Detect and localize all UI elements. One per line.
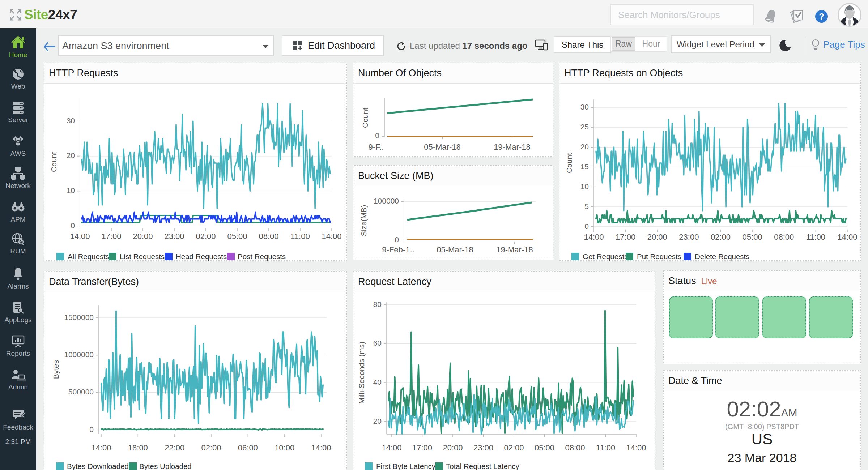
svg-text:19-Mar-18: 19-Mar-18 — [494, 142, 530, 151]
svg-text:05:00: 05:00 — [535, 443, 554, 452]
svg-text:20: 20 — [373, 417, 382, 425]
svg-text:17:00: 17:00 — [412, 443, 432, 452]
svg-text:06:00: 06:00 — [238, 443, 258, 452]
svg-text:10:00: 10:00 — [275, 443, 294, 452]
svg-text:List Requests: List Requests — [120, 252, 165, 261]
svg-text:14:00: 14:00 — [91, 443, 111, 452]
svg-text:30: 30 — [580, 103, 589, 111]
svg-text:11:00: 11:00 — [806, 232, 825, 242]
svg-text:02:00: 02:00 — [711, 232, 731, 242]
svg-text:14:00: 14:00 — [311, 443, 331, 452]
svg-text:9-F..: 9-F.. — [369, 142, 384, 151]
svg-text:02:00: 02:00 — [504, 443, 524, 452]
svg-text:First Byte Latency: First Byte Latency — [376, 462, 436, 470]
svg-text:23:00: 23:00 — [164, 232, 184, 241]
svg-text:Bytes: Bytes — [52, 360, 60, 379]
svg-text:0: 0 — [375, 131, 379, 140]
svg-text:17:00: 17:00 — [101, 232, 121, 241]
svg-text:08:00: 08:00 — [774, 232, 794, 242]
svg-text:05:00: 05:00 — [743, 232, 762, 242]
svg-text:30: 30 — [67, 116, 75, 125]
svg-text:Count: Count — [565, 153, 573, 173]
svg-text:11:00: 11:00 — [290, 232, 310, 241]
svg-text:14:00: 14:00 — [584, 232, 604, 242]
svg-text:10: 10 — [580, 182, 589, 191]
svg-text:1000000: 1000000 — [64, 350, 94, 359]
svg-text:17:00: 17:00 — [616, 232, 635, 242]
svg-text:05-Mar-18: 05-Mar-18 — [437, 245, 473, 254]
svg-text:25: 25 — [580, 123, 589, 131]
svg-text:0: 0 — [89, 425, 94, 433]
svg-text:19-Mar-18: 19-Mar-18 — [496, 245, 533, 254]
svg-text:Total Request Latency: Total Request Latency — [446, 462, 520, 470]
svg-text:Bytes Downloaded: Bytes Downloaded — [67, 462, 129, 470]
svg-text:10: 10 — [67, 186, 75, 195]
svg-text:05:00: 05:00 — [227, 232, 247, 241]
svg-text:All Requests: All Requests — [68, 252, 109, 261]
svg-text:23:00: 23:00 — [473, 443, 493, 452]
svg-text:Bytes Uploaded: Bytes Uploaded — [139, 462, 192, 470]
svg-text:20: 20 — [580, 142, 589, 151]
svg-text:Delete Requests: Delete Requests — [695, 252, 750, 261]
svg-text:15: 15 — [580, 162, 589, 171]
svg-text:5: 5 — [584, 202, 589, 210]
svg-text:Get Requests: Get Requests — [583, 252, 628, 261]
svg-text:80: 80 — [373, 300, 382, 308]
svg-text:02:00: 02:00 — [201, 443, 221, 452]
svg-text:Put Requests: Put Requests — [637, 252, 681, 261]
svg-text:0: 0 — [71, 221, 75, 230]
svg-text:Size(MB): Size(MB) — [359, 205, 368, 236]
svg-text:500000: 500000 — [68, 388, 94, 396]
svg-text:08:00: 08:00 — [259, 232, 278, 241]
svg-text:14:00: 14:00 — [322, 232, 341, 241]
svg-text:20: 20 — [67, 151, 75, 159]
svg-text:Milli-Seconds (ms): Milli-Seconds (ms) — [357, 342, 366, 404]
svg-text:0: 0 — [395, 235, 399, 244]
svg-text:11:00: 11:00 — [596, 443, 615, 452]
svg-text:14:00: 14:00 — [626, 443, 646, 452]
svg-text:9-Feb-1..: 9-Feb-1.. — [382, 245, 414, 254]
svg-text:Count: Count — [50, 152, 58, 172]
svg-text:1500000: 1500000 — [64, 313, 94, 321]
svg-text:Post Requests: Post Requests — [238, 252, 286, 261]
svg-text:40: 40 — [373, 378, 382, 386]
svg-text:02:00: 02:00 — [196, 232, 216, 241]
svg-text:23:00: 23:00 — [679, 232, 699, 242]
svg-text:20:00: 20:00 — [647, 232, 667, 242]
svg-text:14:00: 14:00 — [837, 232, 857, 242]
svg-text:20:00: 20:00 — [133, 232, 153, 241]
svg-text:Count: Count — [361, 108, 369, 128]
svg-text:18:00: 18:00 — [128, 443, 148, 452]
svg-text:08:00: 08:00 — [565, 443, 585, 452]
svg-text:Head Requests: Head Requests — [176, 252, 227, 261]
svg-text:0: 0 — [584, 222, 589, 230]
svg-text:22:00: 22:00 — [165, 443, 184, 452]
svg-text:60: 60 — [373, 339, 382, 347]
svg-text:100000: 100000 — [374, 197, 399, 205]
svg-text:14:00: 14:00 — [70, 232, 90, 241]
svg-text:20:00: 20:00 — [443, 443, 463, 452]
svg-text:05-Mar-18: 05-Mar-18 — [424, 142, 460, 151]
svg-text:14:00: 14:00 — [382, 443, 401, 452]
